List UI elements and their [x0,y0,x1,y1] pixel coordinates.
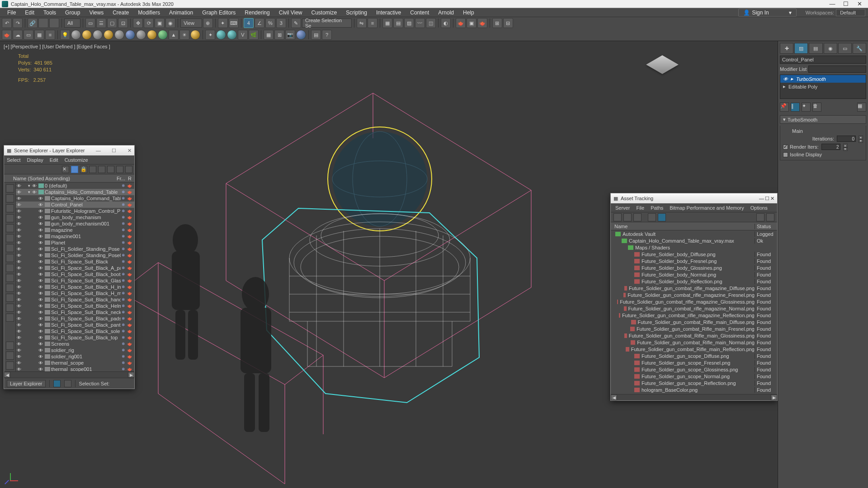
scene-explorer-window[interactable]: ▦ Scene Explorer - Layer Explorer — ☐ ✕ … [4,145,135,389]
visibility-icon[interactable]: 👁 [38,291,44,296]
asset-row[interactable]: Future_Soldier_gun_scope_Fresnel.pngFoun… [611,359,777,366]
sun-button[interactable]: ☀ [179,30,189,40]
se-hscroll[interactable]: ◀▶ [4,371,134,378]
frozen-icon[interactable]: ❄ [122,297,126,302]
visibility-icon[interactable]: 👁 [38,323,44,328]
render-icon[interactable]: 🫖 [127,272,133,277]
visibility-icon[interactable]: 👁 [38,240,44,245]
visibility-icon[interactable]: 👁 [17,266,22,271]
snap-toggle[interactable]: 4 [244,18,254,28]
at-tool-3[interactable] [633,213,642,221]
se-row[interactable]: 👁👁Sci_Fi_Space_Suit_Black❄🫖 [16,258,134,265]
frozen-icon[interactable]: ❄ [122,329,126,333]
se-menu-customize[interactable]: Customize [65,157,88,163]
configure-sets-button[interactable]: ▦ [857,103,866,112]
se-row[interactable]: 👁👁Sci_Fi_Space_Suit_Black_hand❄🫖 [16,296,134,303]
se-row[interactable]: 👁👁Captains_Holo_Command_Table❄🫖 [16,195,134,202]
menu-interactive[interactable]: Interactive [372,9,406,17]
se-row[interactable]: 👁👁thermal_scope❄🫖 [16,360,134,366]
bind-button[interactable] [49,18,59,28]
render-icon[interactable]: 🫖 [127,234,133,239]
visibility-icon[interactable]: 👁 [17,215,22,220]
render-icon[interactable]: 🫖 [127,361,133,365]
light-button[interactable]: 💡 [60,30,70,40]
render-button[interactable]: 🫖 [477,18,487,28]
modstack-turbosmooth[interactable]: 👁▸TurboSmooth [780,75,866,83]
menu-animation[interactable]: Animation [165,9,198,17]
render-icon[interactable]: 🫖 [127,342,133,346]
menu-rendering[interactable]: Rendering [240,9,274,17]
frozen-icon[interactable]: ❄ [122,304,126,308]
se-filter-7[interactable] [6,244,14,252]
render-icon[interactable]: 🫖 [127,323,133,327]
se-filter-5[interactable] [6,224,14,232]
motion-tab[interactable]: ◉ [824,43,837,54]
vray-sphere-2[interactable] [227,30,237,40]
visibility-icon[interactable]: 👁 [17,285,22,290]
plant-button[interactable]: 🌿 [249,30,259,40]
globe-button[interactable] [296,30,306,40]
visibility-icon[interactable]: 👁 [38,259,44,264]
mat-sphere-10[interactable] [190,30,200,40]
show-end-result-button[interactable]: ‖ [791,103,800,112]
select-button[interactable]: ▭ [85,18,95,28]
viewcube[interactable] [646,50,678,82]
se-row[interactable]: 👁👁Sci_Fi_Space_Suit_Black_Helmet❄🫖 [16,303,134,309]
visibility-icon[interactable]: 👁 [38,209,44,214]
render-icon[interactable]: 🫖 [127,335,133,340]
grid-toggle-button[interactable]: ▦ [264,30,274,40]
visibility-icon[interactable]: 👁 [17,316,22,321]
visibility-icon[interactable]: 👁 [38,348,44,353]
frozen-icon[interactable]: ❄ [122,323,126,327]
se-filter-8[interactable] [6,254,14,262]
render-icon[interactable]: 🫖 [127,348,133,352]
make-unique-button[interactable]: ✦ [802,103,811,112]
frozen-icon[interactable]: ❄ [122,354,126,359]
utilities-tab[interactable]: 🔧 [853,43,866,54]
create-grid-button[interactable]: ▦ [34,30,44,40]
at-tool-6[interactable] [756,213,764,221]
visibility-icon[interactable]: 👁 [38,253,44,258]
se-tool-freeze[interactable] [116,166,123,173]
se-minimize-button[interactable]: — [96,148,101,153]
remove-modifier-button[interactable]: 🗑 [812,103,821,112]
visibility-icon[interactable]: 👁 [17,190,22,195]
at-menu-bitmap[interactable]: Bitmap Performance and Memory [670,205,744,211]
visibility-icon[interactable]: 👁 [17,335,22,340]
iterations-spinner[interactable]: 0 [837,136,856,142]
rollout-header[interactable]: ▾TurboSmooth [780,115,866,124]
viewport[interactable]: [+] [Perspective ] [User Defined ] [Edge… [0,41,778,488]
asset-row[interactable]: Future_Soldier_gun_combat_Rifle_main_Fre… [611,325,777,332]
visibility-icon[interactable]: 👁 [17,259,22,264]
maximize-button[interactable]: ☐ [839,0,853,8]
menu-civil-view[interactable]: Civil View [274,9,307,17]
menu-tools[interactable]: Tools [39,9,61,17]
asset-row[interactable]: Autodesk VaultLogged [611,230,777,237]
named-selset-button[interactable]: ✎ [291,18,301,28]
menu-create[interactable]: Create [108,9,133,17]
render-icon[interactable]: 🫖 [127,202,133,207]
se-menu-edit[interactable]: Edit [50,157,58,163]
menu-scripting[interactable]: Scripting [341,9,372,17]
asset-row[interactable]: Future_Soldier_gun_scope_Normal.pngFound [611,373,777,380]
frozen-icon[interactable]: ❄ [122,367,126,371]
close-button[interactable]: ✕ [853,0,866,8]
se-row[interactable]: 👁👁Sci_Fi_Space_Suit_Black_neck❄🫖 [16,309,134,315]
se-filter-2[interactable] [6,194,14,202]
se-tool-layer[interactable] [98,166,105,173]
render-icon[interactable]: 🫖 [127,354,133,359]
render-icon[interactable]: 🫖 [127,304,133,308]
visibility-icon[interactable]: 👁 [17,253,22,258]
render-icon[interactable]: 🫖 [127,291,133,296]
render-icon[interactable]: 🫖 [127,278,133,283]
visibility-icon[interactable]: 👁 [17,354,22,359]
render-icon[interactable]: 🫖 [127,215,133,220]
se-row[interactable]: 👁👁Sci_Fi_Space_Suit_Black_pads❄🫖 [16,315,134,322]
se-row[interactable]: 👁👁Sci_Fi_Space_Suit_Black_Glass❄🫖 [16,277,134,284]
visibility-icon[interactable]: 👁 [38,247,44,252]
se-filter-15[interactable] [6,342,14,350]
menu-views[interactable]: Views [85,9,108,17]
visibility-icon[interactable]: 👁 [38,361,44,366]
visibility-icon[interactable]: 👁 [17,234,22,239]
visibility-icon[interactable]: 👁 [17,310,22,315]
